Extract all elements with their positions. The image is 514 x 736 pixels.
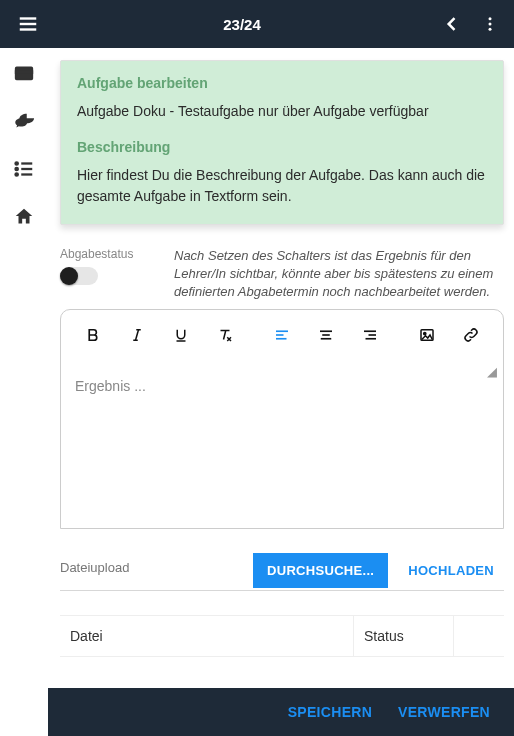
edit-task-heading: Aufgabe bearbeiten: [77, 75, 487, 91]
card-icon[interactable]: [13, 62, 35, 84]
list-icon[interactable]: [13, 158, 35, 180]
rich-text-editor: ◢ Ergebnis ...: [60, 309, 504, 529]
clear-formatting-icon[interactable]: [203, 322, 247, 348]
svg-point-13: [15, 173, 17, 175]
column-actions: [454, 616, 504, 656]
description-heading: Beschreibung: [77, 139, 487, 155]
align-center-icon[interactable]: [304, 322, 348, 348]
align-right-icon[interactable]: [348, 322, 392, 348]
editor-placeholder: Ergebnis ...: [75, 378, 489, 394]
svg-point-3: [489, 17, 492, 20]
svg-point-12: [15, 168, 17, 170]
home-icon[interactable]: [13, 206, 35, 228]
svg-point-30: [424, 333, 426, 335]
toggle-knob: [60, 267, 78, 285]
svg-point-11: [15, 162, 17, 164]
chat-icon[interactable]: [13, 110, 35, 132]
upload-button[interactable]: HOCHLADEN: [398, 553, 504, 588]
task-title-text: Aufgabe Doku - Testaufgabe nur über Aufg…: [77, 101, 487, 121]
discard-button[interactable]: VERWERFEN: [388, 694, 500, 730]
svg-point-4: [489, 23, 492, 26]
italic-icon[interactable]: [115, 322, 159, 348]
file-upload-row: Dateiupload DURCHSUCHE... HOCHLADEN: [60, 553, 504, 591]
footer-bar: SPEICHERN VERWERFEN: [48, 688, 514, 736]
chevron-left-icon[interactable]: [436, 14, 468, 34]
submission-status-row: Abgabestatus Nach Setzen des Schalters i…: [60, 247, 504, 302]
column-status: Status: [354, 616, 454, 656]
link-icon[interactable]: [449, 322, 493, 348]
resize-handle-icon[interactable]: ◢: [487, 364, 497, 379]
file-table: Datei Status: [60, 615, 504, 688]
table-header: Datei Status: [60, 615, 504, 657]
more-vertical-icon[interactable]: [474, 15, 506, 33]
table-body-empty: [60, 657, 504, 688]
browse-button[interactable]: DURCHSUCHE...: [253, 553, 388, 588]
column-file: Datei: [60, 616, 354, 656]
submission-status-help: Nach Setzen des Schalters ist das Ergebn…: [174, 247, 504, 302]
task-info-card: Aufgabe bearbeiten Aufgabe Doku - Testau…: [60, 60, 504, 225]
submission-status-label: Abgabestatus: [60, 247, 160, 261]
editor-toolbar: [61, 310, 503, 360]
hamburger-menu-icon[interactable]: [8, 13, 48, 35]
submission-status-toggle[interactable]: [60, 267, 98, 285]
bold-icon[interactable]: [71, 322, 115, 348]
svg-line-14: [136, 330, 139, 341]
align-left-icon[interactable]: [260, 322, 304, 348]
image-icon[interactable]: [405, 322, 449, 348]
svg-rect-7: [16, 71, 33, 73]
editor-textarea[interactable]: ◢ Ergebnis ...: [61, 360, 503, 528]
save-button[interactable]: SPEICHERN: [278, 694, 382, 730]
file-upload-label: Dateiupload: [60, 560, 243, 581]
sidebar: [0, 48, 48, 688]
main-content: Aufgabe bearbeiten Aufgabe Doku - Testau…: [48, 48, 514, 688]
description-text: Hier findest Du die Beschreibung der Auf…: [77, 165, 487, 206]
page-title: 23/24: [48, 16, 436, 33]
svg-point-5: [489, 28, 492, 31]
underline-icon[interactable]: [159, 322, 203, 348]
top-bar: 23/24: [0, 0, 514, 48]
